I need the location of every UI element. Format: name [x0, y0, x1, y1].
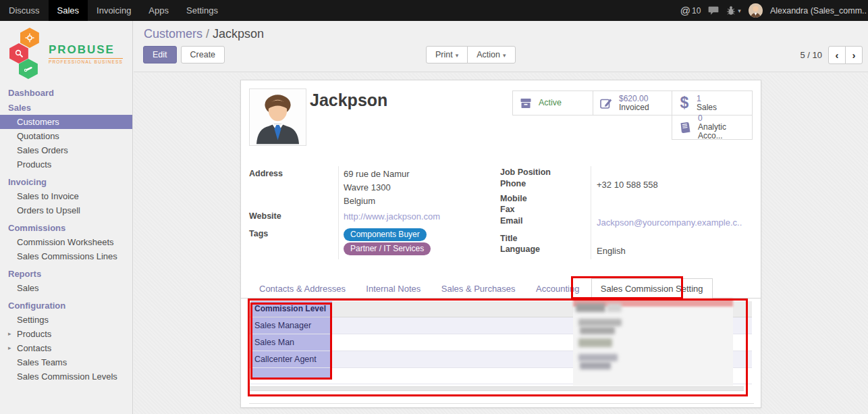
sidebar-item-products[interactable]: Products	[0, 157, 132, 172]
top-menu: Discuss Sales Invoicing Apps Settings	[0, 0, 227, 21]
tags-list: Components Buyer Partner / IT Services	[344, 228, 431, 255]
stat-analytic-label: Analytic Acco...	[698, 123, 752, 140]
logo-hexagons	[9, 28, 45, 79]
tab-contacts-addresses[interactable]: Contacts & Addresses	[250, 279, 354, 299]
sidebar-item-config-products[interactable]: ▸Products	[0, 327, 132, 341]
redacted-blob	[578, 338, 612, 347]
pager-previous-button[interactable]: ‹	[828, 46, 846, 64]
tab-sales-purchases[interactable]: Sales & Purchases	[433, 279, 524, 299]
address-line-3: Belgium	[344, 196, 375, 206]
sidebar-item-sales-to-invoice[interactable]: Sales to Invoice	[0, 189, 132, 203]
address-line-2: Wavre 1300	[344, 182, 391, 192]
sidebar-item-sales-commission-levels[interactable]: Sales Commission Levels	[0, 369, 132, 384]
language-label: Language	[500, 244, 540, 254]
stat-active-label: Active	[539, 99, 562, 107]
stat-button-analytic-accounts[interactable]: 0 Analytic Acco...	[672, 115, 753, 140]
phone-label: Phone	[500, 179, 526, 188]
commission-level-cell: Sales Man	[251, 334, 332, 351]
sidebar: PROBUSE PROFESSIONAL BUSINESS Dashboard …	[0, 21, 133, 414]
sidebar-item-sales-orders[interactable]: Sales Orders	[0, 143, 132, 157]
customer-photo	[249, 88, 306, 146]
sidebar-item-configuration[interactable]: Configuration	[0, 299, 132, 313]
redacted-blob	[578, 319, 622, 326]
gear-hexagon-icon	[20, 28, 39, 48]
sidebar-item-commissions[interactable]: Commissions	[0, 221, 132, 235]
breadcrumb-separator: /	[206, 27, 213, 41]
sidebar-item-label: Contacts	[17, 343, 51, 353]
probuse-logo: PROBUSE PROFESSIONAL BUSINESS	[0, 26, 132, 80]
breadcrumb: Customers / Jackpson	[144, 27, 264, 41]
sidebar-item-reports[interactable]: Reports	[0, 267, 132, 281]
menu-sales[interactable]: Sales	[49, 0, 88, 21]
redacted-blob	[578, 354, 618, 361]
messages-icon[interactable]	[708, 6, 719, 16]
dropdown-caret-icon: ▾	[456, 52, 459, 59]
edit-pencil-icon	[599, 97, 614, 110]
app-window: Discuss Sales Invoicing Apps Settings @ …	[0, 0, 868, 414]
sidebar-item-config-contacts[interactable]: ▸Contacts	[0, 341, 132, 355]
redacted-blob	[607, 303, 622, 312]
pager-count: 5 / 10	[800, 50, 822, 60]
pager-next-button[interactable]: ›	[845, 46, 863, 64]
mention-count: 10	[692, 6, 701, 16]
address-line-1: 69 rue de Namur	[344, 169, 410, 179]
stat-button-sales[interactable]: $ 1 Sales	[672, 90, 753, 115]
stat-button-active[interactable]: Active	[512, 90, 593, 115]
sidebar-item-orders-to-upsell[interactable]: Orders to Upsell	[0, 203, 132, 217]
sidebar-item-invoicing[interactable]: Invoicing	[0, 175, 132, 189]
language-value: English	[597, 246, 626, 256]
sidebar-item-sales-commissions-lines[interactable]: Sales Commissions Lines	[0, 249, 132, 263]
field-group-divider	[591, 166, 591, 259]
redacted-region	[573, 299, 733, 386]
address-label: Address	[249, 169, 283, 178]
mentions-counter[interactable]: @ 10	[680, 5, 701, 16]
edit-button[interactable]: Edit	[143, 46, 177, 63]
archive-box-icon	[518, 97, 533, 110]
stat-sales-value: 1	[697, 95, 717, 103]
sidebar-item-reports-sales[interactable]: Sales	[0, 281, 132, 295]
sidebar-item-label: Products	[17, 329, 51, 339]
menu-invoicing[interactable]: Invoicing	[88, 0, 140, 21]
commission-level-header: Commission Level	[251, 301, 332, 317]
record-buttons: Edit Create	[143, 46, 225, 63]
sheet-bottom-divider	[249, 403, 754, 404]
user-name[interactable]: Alexandra (Sales_comm..	[770, 6, 867, 16]
top-navbar: Discuss Sales Invoicing Apps Settings @ …	[0, 0, 868, 21]
email-link[interactable]: Jackpson@yourcompany.example.c..	[597, 217, 742, 228]
breadcrumb-customers[interactable]: Customers	[144, 27, 202, 41]
action-dropdown[interactable]: Action▾	[467, 46, 515, 63]
print-dropdown[interactable]: Print▾	[426, 46, 468, 63]
user-avatar[interactable]	[749, 3, 763, 18]
create-button[interactable]: Create	[181, 46, 225, 63]
website-link[interactable]: http://www.jackpson.com	[344, 211, 440, 222]
debug-caret-icon: ▾	[738, 7, 741, 14]
stat-button-invoiced[interactable]: $620.00 Invoiced	[593, 90, 672, 115]
table-footer-strip	[249, 386, 744, 391]
tab-accounting[interactable]: Accounting	[527, 279, 588, 299]
menu-apps[interactable]: Apps	[140, 0, 178, 21]
tab-sales-commission-setting[interactable]: Sales Commission Setting	[591, 278, 713, 300]
sidebar-item-commission-worksheets[interactable]: Commission Worksheets	[0, 235, 132, 249]
menu-settings[interactable]: Settings	[178, 0, 227, 21]
topbar-right: @ 10 ▾ Ale	[680, 0, 868, 21]
sidebar-item-customers[interactable]: Customers	[0, 115, 132, 129]
debug-bug-icon[interactable]: ▾	[726, 5, 741, 16]
sidebar-item-quotations[interactable]: Quotations	[0, 129, 132, 143]
redacted-blob	[580, 327, 615, 334]
book-icon	[678, 121, 693, 134]
tab-internal-notes[interactable]: Internal Notes	[357, 279, 429, 299]
sidebar-item-dashboard[interactable]: Dashboard	[0, 86, 132, 100]
title-label: Title	[500, 234, 517, 243]
field-group-divider	[338, 166, 339, 259]
expand-caret-icon: ▸	[8, 327, 11, 341]
sidebar-item-settings[interactable]: Settings	[0, 313, 132, 327]
expand-caret-icon: ▸	[8, 341, 11, 355]
sidebar-item-sales[interactable]: Sales	[0, 101, 132, 115]
stat-invoiced-label: Invoiced	[619, 103, 649, 112]
customer-form-sheet: Jackpson Active $620.00 Invoiced $	[240, 80, 761, 408]
website-label: Website	[249, 211, 281, 221]
commission-level-cell: Callcenter Agent	[251, 351, 332, 367]
sidebar-item-sales-teams[interactable]: Sales Teams	[0, 355, 132, 369]
menu-discuss[interactable]: Discuss	[0, 0, 49, 21]
commission-level-cell: Sales Manager	[251, 317, 332, 334]
